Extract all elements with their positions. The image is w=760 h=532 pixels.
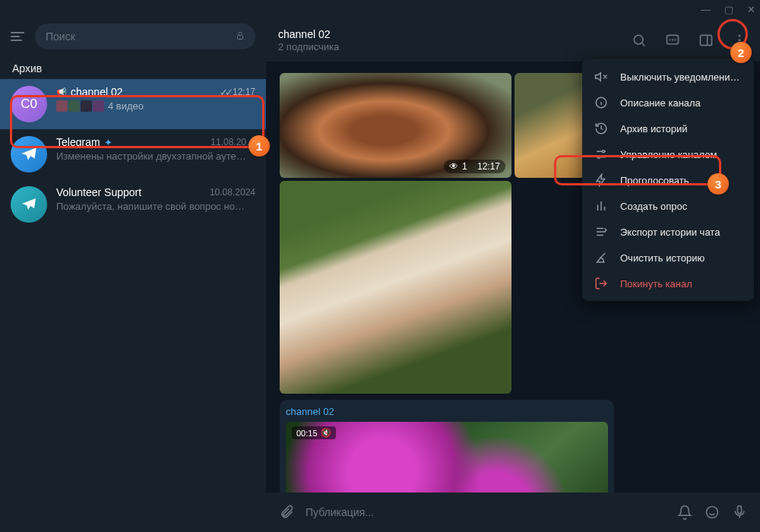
chat-time: ✓✓12:17 [220, 87, 255, 98]
menu-export[interactable]: Экспорт истории чата [582, 219, 754, 245]
bolt-icon [594, 173, 608, 187]
chat-name: 📢channel 02 [56, 86, 123, 98]
mute-icon [594, 70, 608, 84]
search-icon[interactable] [631, 32, 648, 49]
svg-rect-0 [238, 35, 243, 39]
chat-preview: Пожалуйста, напишите свой вопрос но… [56, 201, 255, 212]
media-image[interactable]: 👁 1 12:17 [280, 73, 511, 178]
subscriber-count: 2 подписчика [278, 41, 339, 52]
svg-rect-8 [738, 506, 742, 514]
svg-point-1 [634, 35, 643, 44]
export-icon [594, 225, 608, 239]
svg-rect-3 [701, 35, 712, 45]
media-image[interactable] [280, 181, 511, 394]
mute-icon: 🔇 [321, 428, 331, 438]
avatar [11, 136, 47, 173]
attach-icon[interactable] [278, 504, 295, 521]
emoji-icon[interactable] [704, 504, 720, 521]
video-thumbnail[interactable]: 00:15 🔇 [286, 422, 608, 492]
close-button[interactable]: ✕ [747, 4, 755, 15]
video-post[interactable]: channel 02 00:15 🔇 [280, 400, 614, 492]
main-menu-button[interactable] [11, 32, 24, 41]
archive-header: Архив [0, 55, 266, 79]
video-duration: 00:15 🔇 [292, 426, 336, 439]
svg-point-7 [707, 507, 718, 518]
chat-item-support[interactable]: Volunteer Support 10.08.2024 Пожалуйста,… [0, 179, 266, 230]
chat-list: C0 📢channel 02 ✓✓12:17 4 видео [0, 79, 266, 532]
read-checks-icon: ✓✓ [220, 87, 230, 98]
message-composer [266, 492, 760, 532]
lock-icon [236, 31, 245, 43]
svg-point-11 [598, 156, 600, 158]
media-views: 👁 1 12:17 [444, 160, 505, 173]
main-panel: channel 02 2 подписчика 👁 1 12:17 [266, 18, 760, 532]
minimize-button[interactable]: — [701, 4, 711, 15]
page-title: channel 02 [278, 28, 339, 40]
post-author: channel 02 [286, 406, 608, 417]
avatar [11, 186, 47, 223]
chat-preview: 4 видео [56, 100, 255, 112]
annotation-badge-3: 3 [708, 173, 729, 195]
window-titlebar: — ▢ ✕ [0, 0, 760, 18]
history-icon [594, 122, 608, 135]
verified-badge-icon: ✦ [104, 137, 112, 148]
notification-icon[interactable] [676, 504, 693, 521]
menu-manage[interactable]: Управление каналом [582, 141, 754, 167]
menu-info[interactable]: Описание канала [582, 90, 754, 116]
menu-leave[interactable]: Покинуть канал [582, 271, 754, 296]
chat-item-telegram[interactable]: Telegram✦ 11.08.20… Изменены настройки д… [0, 129, 266, 179]
chat-time: 10.08.2024 [210, 187, 255, 198]
sidebar: Архив C0 📢channel 02 ✓✓12:17 4 видео [0, 18, 266, 532]
chat-name: Telegram✦ [56, 136, 112, 148]
menu-poll[interactable]: Создать опрос [582, 193, 754, 219]
chat-icon[interactable] [664, 32, 681, 49]
sliders-icon [594, 147, 608, 161]
search-input[interactable] [46, 30, 230, 43]
avatar: C0 [11, 86, 47, 122]
menu-mute[interactable]: Выключить уведомлени… [582, 64, 754, 90]
leave-icon [594, 277, 608, 290]
search-box[interactable] [35, 24, 255, 49]
chat-header: channel 02 2 подписчика [266, 18, 760, 62]
chat-name: Volunteer Support [56, 186, 141, 198]
annotation-badge-2: 2 [730, 42, 752, 63]
annotation-badge-1: 1 [249, 135, 270, 157]
svg-point-4 [739, 34, 741, 36]
chat-item-channel02[interactable]: C0 📢channel 02 ✓✓12:17 4 видео [0, 79, 266, 129]
broom-icon [594, 251, 608, 264]
svg-point-5 [739, 39, 741, 41]
chat-preview: Изменены настройки двухэтапной ауте… [56, 150, 255, 162]
message-input[interactable] [306, 506, 666, 518]
megaphone-icon: 📢 [56, 87, 67, 97]
svg-point-10 [603, 150, 605, 153]
menu-history[interactable]: Архив историй [582, 116, 754, 141]
voice-icon[interactable] [731, 504, 748, 521]
maximize-button[interactable]: ▢ [724, 4, 733, 15]
info-icon [594, 96, 608, 109]
menu-clear[interactable]: Очистить историю [582, 245, 754, 271]
poll-icon [594, 199, 608, 213]
sidebar-toggle-icon[interactable] [698, 32, 714, 49]
